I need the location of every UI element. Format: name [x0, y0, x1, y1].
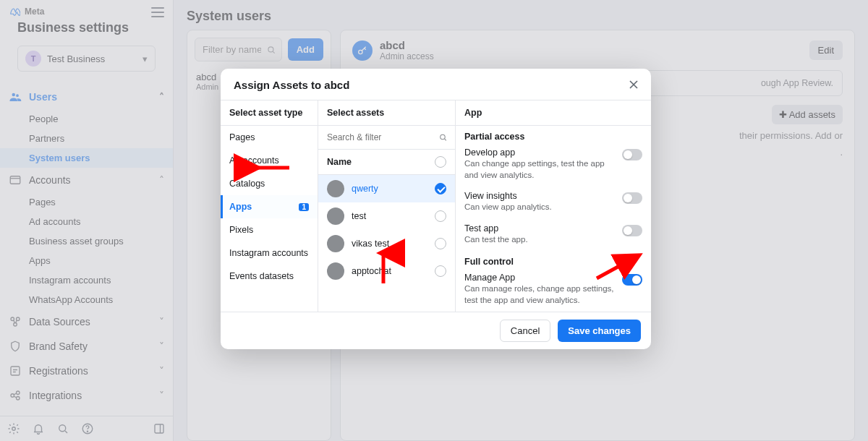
toggle-test-app[interactable] — [622, 225, 642, 236]
full-control-title: Full control — [456, 251, 651, 268]
close-icon[interactable] — [626, 77, 641, 92]
type-item-apps-label: Apps — [229, 202, 252, 212]
type-item-instagram[interactable]: Instagram accounts — [221, 241, 318, 265]
perm-name: Test app — [464, 223, 616, 234]
cancel-button[interactable]: Cancel — [500, 320, 550, 342]
toggle-view-insights[interactable] — [622, 192, 642, 204]
type-item-pixels[interactable]: Pixels — [221, 218, 318, 241]
asset-label: vikas test — [352, 239, 389, 249]
asset-label: qwerty — [352, 184, 378, 194]
assets-header: Select assets — [318, 100, 455, 126]
asset-radio[interactable] — [435, 238, 446, 249]
asset-search-wrapper — [318, 126, 455, 150]
perm-name: View insights — [464, 191, 616, 201]
apps-count-badge: 1 — [299, 203, 309, 211]
perms-header: App — [456, 100, 651, 126]
perm-desc: Can manage roles, change app settings, t… — [464, 283, 616, 306]
perm-name: Develop app — [464, 147, 616, 158]
modal-title: Assign Assets to abcd — [234, 79, 349, 91]
type-item-pages[interactable]: Pages — [221, 126, 318, 149]
partial-access-title: Partial access — [456, 126, 651, 143]
svg-point-19 — [441, 134, 446, 140]
asset-radio[interactable] — [435, 265, 446, 277]
toggle-develop-app[interactable] — [622, 149, 642, 160]
types-header: Select asset type — [221, 100, 318, 126]
app-icon — [327, 180, 344, 197]
perm-develop-app: Develop app Can change app settings, tes… — [456, 143, 651, 187]
perm-test-app: Test app Can test the app. — [456, 219, 651, 252]
type-item-events-datasets[interactable]: Events datasets — [221, 265, 318, 288]
perm-view-insights: View insights Can view app analytics. — [456, 187, 651, 219]
asset-name-header[interactable]: Name — [318, 150, 455, 175]
save-changes-button[interactable]: Save changes — [558, 320, 641, 342]
app-icon — [327, 235, 344, 252]
app-icon — [327, 207, 344, 225]
assign-assets-modal: Assign Assets to abcd Select asset type … — [221, 69, 651, 349]
perm-desc: Can test the app. — [464, 234, 616, 246]
app-icon — [327, 262, 344, 280]
asset-name-header-label: Name — [327, 157, 352, 167]
asset-row-vikas-test[interactable]: vikas test — [318, 230, 455, 257]
asset-label: test — [352, 211, 366, 221]
perm-desc: Can view app analytics. — [464, 202, 616, 213]
asset-row-test[interactable]: test — [318, 202, 455, 230]
modal-col-types: Select asset type Pages Ad accounts Cata… — [221, 100, 318, 312]
modal-col-permissions: App Partial access Develop app Can chang… — [456, 100, 651, 312]
search-icon — [438, 133, 448, 142]
asset-radio[interactable] — [435, 210, 446, 222]
asset-radio[interactable] — [435, 183, 446, 194]
select-all-radio[interactable] — [435, 156, 446, 168]
asset-row-qwerty[interactable]: qwerty — [318, 175, 455, 202]
type-item-apps[interactable]: Apps 1 — [221, 195, 318, 218]
asset-row-apptochat[interactable]: apptochat — [318, 257, 455, 285]
type-item-catalogs[interactable]: Catalogs — [221, 172, 318, 195]
perm-desc: Can change app settings, test the app an… — [464, 158, 616, 181]
asset-label: apptochat — [352, 266, 391, 276]
asset-search-input[interactable] — [318, 126, 455, 149]
toggle-manage-app[interactable] — [622, 274, 642, 286]
modal-col-assets: Select assets Name qwerty test vi — [318, 100, 456, 312]
type-item-ad-accounts[interactable]: Ad accounts — [221, 149, 318, 172]
perm-manage-app: Manage App Can manage roles, change app … — [456, 268, 651, 312]
perm-name: Manage App — [464, 273, 616, 283]
